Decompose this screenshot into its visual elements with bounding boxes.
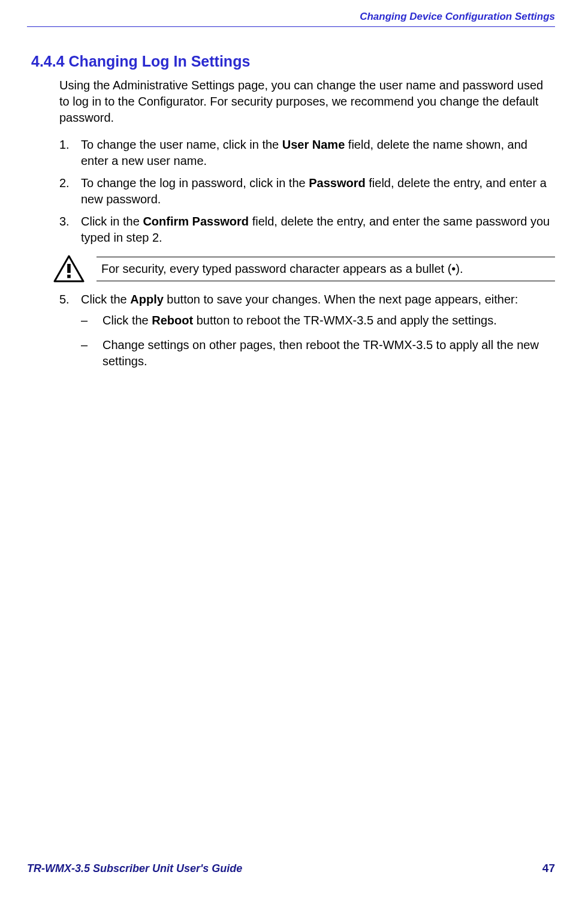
step-number: 2.	[59, 175, 81, 191]
bold-user-name: User Name	[282, 138, 345, 151]
sub-item-2: – Change settings on other pages, then r…	[81, 337, 555, 369]
page-number: 47	[542, 862, 555, 875]
page: Changing Device Configuration Settings 4…	[0, 0, 588, 899]
step-body: Click the Apply button to save your chan…	[81, 291, 555, 378]
text: To change the log in password, click in …	[81, 176, 309, 190]
text: To change the user name, click in the	[81, 138, 282, 151]
text: Click in the	[81, 215, 143, 228]
section-title: Changing Log In Settings	[69, 53, 251, 70]
bold-apply: Apply	[130, 293, 164, 306]
sub-list: – Click the Reboot button to reboot the …	[81, 312, 555, 369]
text: Click the	[81, 293, 130, 306]
text: Click the	[102, 314, 152, 327]
section-number: 4.4.4	[31, 53, 65, 70]
bold-confirm-password: Confirm Password	[143, 215, 249, 228]
sub-item-1: – Click the Reboot button to reboot the …	[81, 312, 555, 329]
step-2: 2. To change the log in password, click …	[59, 175, 555, 208]
svg-rect-1	[67, 264, 71, 273]
content: 4.4.4 Changing Log In Settings Using the…	[27, 11, 555, 378]
step-3: 3. Click in the Confirm Password field, …	[59, 214, 555, 246]
note-text: For security, every typed password chara…	[97, 257, 555, 281]
bold-password: Password	[309, 176, 365, 190]
footer-title: TR-WMX-3.5 Subscriber Unit User's Guide	[27, 862, 242, 875]
text: button to reboot the TR-WMX-3.5 and appl…	[193, 314, 497, 327]
steps-list-continued: 5. Click the Apply button to save your c…	[59, 291, 555, 378]
sub-body: Click the Reboot button to reboot the TR…	[102, 312, 555, 329]
step-body: Click in the Confirm Password field, del…	[81, 214, 555, 246]
steps-list: 1. To change the user name, click in the…	[59, 137, 555, 246]
section-heading: 4.4.4 Changing Log In Settings	[31, 53, 555, 70]
step-number: 3.	[59, 214, 81, 230]
svg-rect-2	[67, 275, 71, 278]
text: button to save your changes. When the ne…	[164, 293, 518, 306]
page-footer: TR-WMX-3.5 Subscriber Unit User's Guide …	[27, 862, 555, 875]
header-rule	[27, 26, 555, 27]
step-number: 5.	[59, 291, 81, 308]
step-body: To change the user name, click in the Us…	[81, 137, 555, 169]
caution-icon	[53, 254, 85, 283]
step-number: 1.	[59, 137, 81, 153]
caution-note: For security, every typed password chara…	[53, 254, 555, 283]
dash: –	[81, 312, 102, 329]
intro-paragraph: Using the Administrative Settings page, …	[59, 77, 555, 126]
step-1: 1. To change the user name, click in the…	[59, 137, 555, 169]
bold-reboot: Reboot	[152, 314, 193, 327]
step-body: To change the log in password, click in …	[81, 175, 555, 208]
dash: –	[81, 337, 102, 353]
sub-body: Change settings on other pages, then reb…	[102, 337, 555, 369]
step-5: 5. Click the Apply button to save your c…	[59, 291, 555, 378]
running-header: Changing Device Configuration Settings	[360, 11, 555, 23]
